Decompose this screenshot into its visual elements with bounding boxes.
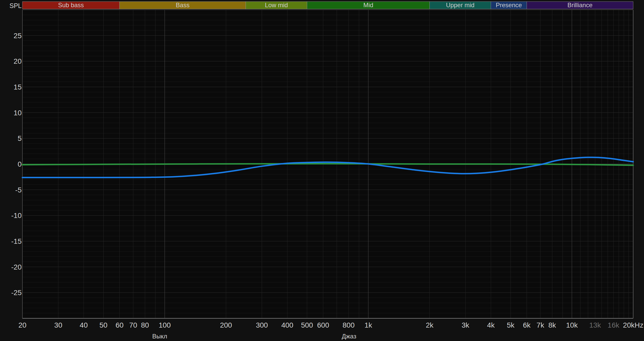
x-tick-label: 5k xyxy=(507,321,515,329)
x-tick-label: 20 xyxy=(18,321,26,329)
x-tick-label: 6k xyxy=(523,321,531,329)
x-tick-label: 20kHz xyxy=(623,321,643,329)
band-label-low-mid: Low mid xyxy=(265,2,288,9)
preset-off-label[interactable]: Выкл xyxy=(152,333,167,340)
band-label-mid: Mid xyxy=(363,2,373,9)
x-tick-label: 200 xyxy=(220,321,232,329)
x-tick-label: 500 xyxy=(301,321,313,329)
y-tick-label: 0 xyxy=(18,160,22,168)
band-label-brilliance: Brilliance xyxy=(567,2,592,9)
y-tick-label: 10 xyxy=(14,109,22,117)
y-tick-label: 25 xyxy=(14,32,22,40)
frequency-response-plot: Sub bassBassLow midMidUpper midPresenceB… xyxy=(0,0,644,341)
x-tick-label: 30 xyxy=(54,321,62,329)
y-tick-label: -5 xyxy=(15,186,22,194)
x-tick-label: 800 xyxy=(343,321,355,329)
band-label-bass: Bass xyxy=(176,2,189,9)
x-tick-label: 16k xyxy=(608,321,620,329)
x-tick-label: 80 xyxy=(141,321,149,329)
y-tick-label: -10 xyxy=(11,212,22,220)
x-tick-label: 2k xyxy=(426,321,434,329)
x-tick-label: 300 xyxy=(256,321,268,329)
x-tick-label: 13k xyxy=(589,321,601,329)
x-tick-label: 7k xyxy=(537,321,545,329)
x-tick-label: 40 xyxy=(80,321,88,329)
x-axis-labels: 203040506070801002003004005006008001k2k3… xyxy=(18,321,643,329)
x-tick-label: 10k xyxy=(566,321,578,329)
x-tick-label: 4k xyxy=(487,321,495,329)
y-tick-label: 15 xyxy=(14,83,22,91)
preset-jazz-label[interactable]: Джаз xyxy=(342,333,356,340)
y-tick-label: 5 xyxy=(18,134,22,142)
x-tick-label: 60 xyxy=(116,321,124,329)
y-tick-label: -15 xyxy=(11,237,22,245)
frequency-bands-bar: Sub bassBassLow midMidUpper midPresenceB… xyxy=(22,2,633,9)
band-label-presence: Presence xyxy=(496,2,522,9)
equalizer-panel: Sub bassBassLow midMidUpper midPresenceB… xyxy=(0,0,644,341)
y-tick-label: -20 xyxy=(11,263,22,271)
y-tick-label: 20 xyxy=(14,57,22,65)
spl-axis-title: SPL xyxy=(10,2,22,9)
x-tick-label: 400 xyxy=(281,321,293,329)
x-tick-label: 3k xyxy=(462,321,470,329)
x-tick-label: 50 xyxy=(99,321,107,329)
y-tick-label: -25 xyxy=(11,289,22,297)
band-label-upper-mid: Upper mid xyxy=(446,2,474,9)
band-label-sub-bass: Sub bass xyxy=(58,2,84,9)
x-tick-label: 100 xyxy=(159,321,171,329)
x-tick-label: 8k xyxy=(548,321,556,329)
x-tick-label: 600 xyxy=(317,321,329,329)
x-tick-label: 70 xyxy=(129,321,137,329)
x-tick-label: 1k xyxy=(365,321,372,329)
y-axis-labels: 2520151050-5-10-15-20-25 xyxy=(11,32,22,297)
